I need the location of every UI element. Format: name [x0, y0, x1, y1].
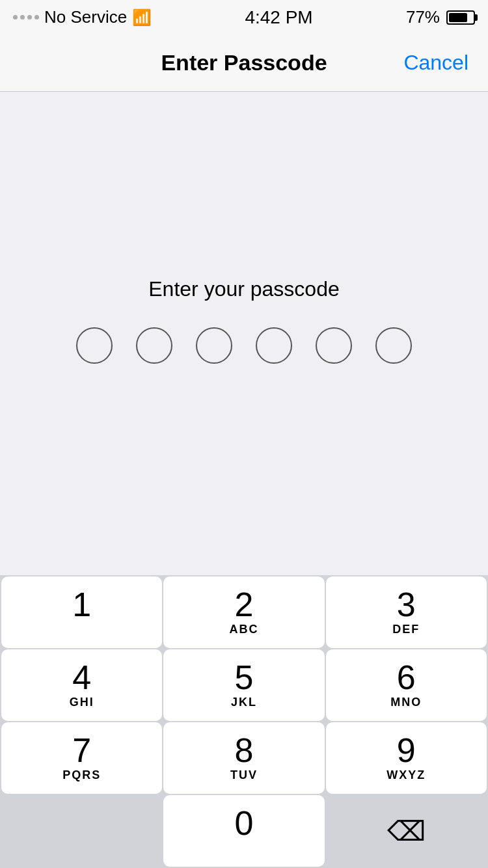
nav-title: Enter Passcode — [98, 50, 390, 75]
battery-icon — [446, 10, 475, 25]
key-7-letters: PQRS — [62, 768, 101, 783]
cancel-button[interactable]: Cancel — [390, 51, 468, 75]
delete-button[interactable]: ⌫ — [326, 795, 487, 867]
status-time: 4:42 PM — [245, 7, 312, 28]
key-5-number: 5 — [235, 660, 254, 694]
key-4-letters: GHI — [70, 696, 94, 710]
key-2[interactable]: 2 ABC — [163, 576, 324, 648]
bottom-row: 0 ⌫ — [1, 795, 487, 867]
passcode-dots — [76, 327, 412, 364]
passcode-dot-5 — [316, 327, 352, 364]
key-3-number: 3 — [397, 588, 416, 621]
key-2-number: 2 — [235, 588, 254, 621]
keypad-grid: 1 2 ABC 3 DEF 4 GHI 5 JKL 6 MNO 7 PQRS — [1, 576, 487, 794]
passcode-dot-3 — [196, 327, 232, 364]
key-8-number: 8 — [235, 733, 254, 767]
keypad: 1 2 ABC 3 DEF 4 GHI 5 JKL 6 MNO 7 PQRS — [0, 575, 488, 868]
key-1[interactable]: 1 — [1, 576, 162, 648]
status-left: No Service 📶 — [13, 7, 152, 27]
key-9[interactable]: 9 WXYZ — [326, 722, 487, 794]
key-3[interactable]: 3 DEF — [326, 576, 487, 648]
key-1-number: 1 — [72, 588, 91, 621]
nav-bar: Enter Passcode Cancel — [0, 34, 488, 92]
key-5[interactable]: 5 JKL — [163, 649, 324, 721]
status-bar: No Service 📶 4:42 PM 77% — [0, 0, 488, 34]
passcode-dot-1 — [76, 327, 113, 364]
battery-percent: 77% — [406, 7, 440, 27]
signal-icon — [13, 15, 39, 20]
status-right: 77% — [406, 7, 475, 27]
key-2-letters: ABC — [229, 623, 258, 637]
key-6-letters: MNO — [390, 696, 422, 710]
key-9-number: 9 — [397, 733, 416, 767]
key-5-letters: JKL — [231, 696, 257, 710]
key-4[interactable]: 4 GHI — [1, 649, 162, 721]
wifi-icon: 📶 — [132, 8, 152, 27]
passcode-prompt: Enter your passcode — [148, 277, 340, 301]
key-7[interactable]: 7 PQRS — [1, 722, 162, 794]
key-6[interactable]: 6 MNO — [326, 649, 487, 721]
key-8[interactable]: 8 TUV — [163, 722, 324, 794]
key-empty — [1, 795, 162, 867]
passcode-dot-2 — [136, 327, 172, 364]
key-0-number: 0 — [235, 806, 254, 840]
no-service-label: No Service — [44, 7, 127, 27]
passcode-dot-6 — [375, 327, 412, 364]
key-7-number: 7 — [72, 733, 91, 767]
key-9-letters: WXYZ — [386, 768, 426, 783]
key-6-number: 6 — [397, 660, 416, 694]
key-0[interactable]: 0 — [163, 795, 324, 867]
main-content: Enter your passcode — [0, 92, 488, 575]
key-8-letters: TUV — [230, 768, 258, 783]
key-3-letters: DEF — [392, 623, 420, 637]
passcode-dot-4 — [256, 327, 292, 364]
key-4-number: 4 — [72, 660, 91, 694]
delete-icon: ⌫ — [387, 815, 426, 847]
